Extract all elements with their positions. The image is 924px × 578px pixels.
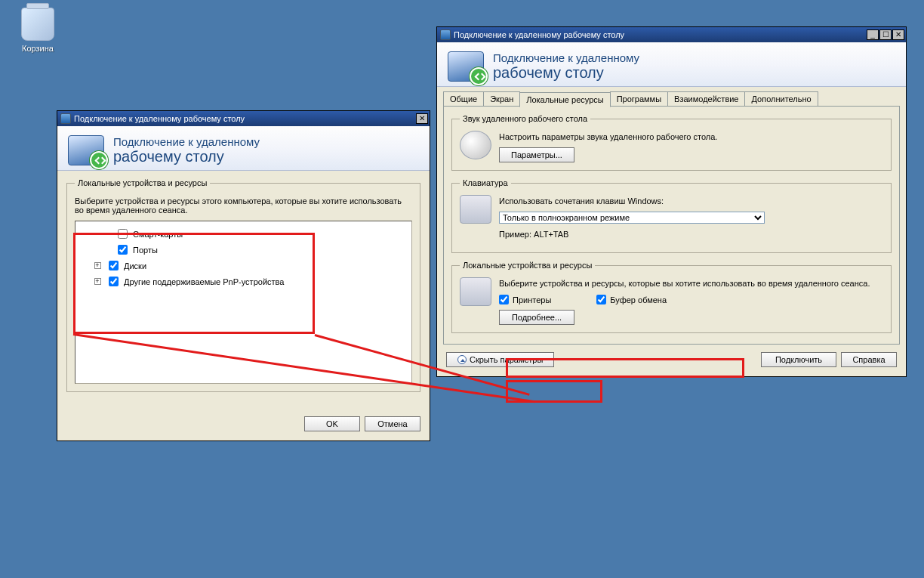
group-legend: Локальные устройства и ресурсы	[75, 178, 210, 187]
keyboard-group: Клавиатура Использовать сочетания клавиш…	[451, 178, 892, 253]
keyboard-legend: Клавиатура	[460, 178, 511, 187]
tab-general[interactable]: Общие	[443, 91, 484, 106]
tab-advanced[interactable]: Дополнительно	[744, 91, 818, 106]
audio-text: Настроить параметры звука удаленного раб…	[499, 132, 883, 141]
help-button[interactable]: Справка	[841, 352, 897, 367]
close-button[interactable]: ✕	[416, 113, 428, 124]
more-devices-button[interactable]: Подробнее...	[499, 310, 574, 325]
banner: Подключение к удаленному рабочему столу	[57, 126, 430, 171]
checkbox-smartcards[interactable]	[118, 229, 128, 239]
printer-icon	[460, 277, 491, 306]
tree-item-drives[interactable]: + Диски	[82, 258, 405, 274]
app-icon	[440, 29, 451, 40]
tab-panel-local-resources: Звук удаленного рабочего стола Настроить…	[443, 106, 900, 345]
checkbox-ports[interactable]	[118, 245, 128, 255]
recycle-bin-label: Корзина	[22, 44, 54, 53]
audio-legend: Звук удаленного рабочего стола	[460, 114, 590, 123]
tree-item-pnp[interactable]: + Другие поддерживаемые PnP-устройства	[82, 274, 405, 289]
ok-button[interactable]: OK	[304, 416, 360, 431]
keyboard-example: Пример: ALT+TAB	[499, 230, 883, 239]
hide-options-button[interactable]: Скрыть параметры	[446, 352, 554, 367]
tab-display[interactable]: Экран	[483, 91, 520, 106]
banner: Подключение к удаленному рабочему столу	[437, 42, 906, 87]
maximize-button[interactable]: ☐	[879, 29, 892, 40]
banner-line-2: рабочему столу	[493, 64, 639, 82]
window-title: Подключение к удаленному рабочему столу	[74, 114, 416, 123]
tab-experience[interactable]: Взаимодействие	[667, 91, 745, 106]
audio-group: Звук удаленного рабочего стола Настроить…	[451, 114, 892, 171]
checkbox-clipboard[interactable]	[596, 295, 606, 304]
banner-line-2: рабочему столу	[113, 148, 260, 165]
tab-local-resources[interactable]: Локальные ресурсы	[519, 92, 610, 107]
rdp-more-devices-dialog: Подключение к удаленному рабочему столу …	[57, 110, 430, 441]
local-legend: Локальные устройства и ресурсы	[460, 261, 595, 270]
checkbox-printers[interactable]	[499, 295, 509, 304]
rdp-main-dialog: Подключение к удаленному рабочему столу …	[436, 26, 907, 377]
tree-item-ports[interactable]: Порты	[82, 242, 405, 258]
audio-settings-button[interactable]: Параметры...	[499, 147, 574, 162]
minimize-button[interactable]: _	[867, 29, 879, 40]
keyboard-combo[interactable]: Только в полноэкранном режиме	[499, 212, 765, 224]
checkbox-printers-row[interactable]: Принтеры	[499, 294, 551, 305]
tab-strip: Общие Экран Локальные ресурсы Программы …	[437, 87, 906, 106]
rdp-monitor-icon	[68, 135, 104, 165]
titlebar[interactable]: Подключение к удаленному рабочему столу …	[57, 111, 430, 126]
local-devices-group: Локальные устройства и ресурсы Выберите …	[451, 261, 892, 333]
titlebar[interactable]: Подключение к удаленному рабочему столу …	[437, 27, 906, 42]
cancel-button[interactable]: Отмена	[365, 416, 420, 431]
checkbox-clipboard-row[interactable]: Буфер обмена	[596, 294, 667, 305]
expand-icon[interactable]: +	[94, 262, 101, 269]
close-button[interactable]: ✕	[892, 29, 904, 40]
app-icon	[60, 113, 71, 124]
window-title: Подключение к удаленному рабочему столу	[454, 30, 867, 39]
expand-icon[interactable]: +	[94, 278, 101, 285]
banner-line-1: Подключение к удаленному	[493, 51, 639, 64]
recycle-bin[interactable]: Корзина	[15, 8, 60, 53]
local-text: Выберите устройства и ресурсы, которые в…	[499, 279, 883, 288]
tab-programs[interactable]: Программы	[610, 91, 668, 106]
checkbox-pnp[interactable]	[109, 277, 119, 286]
rdp-monitor-icon	[448, 51, 484, 82]
chevron-up-icon	[457, 355, 467, 364]
keyboard-icon	[460, 195, 491, 224]
speaker-icon	[460, 131, 491, 159]
tree-item-smartcards[interactable]: Смарт-карты	[82, 226, 405, 242]
keyboard-text: Использовать сочетания клавиш Windows:	[499, 196, 883, 206]
checkbox-drives[interactable]	[109, 261, 119, 270]
banner-line-1: Подключение к удаленному	[113, 135, 260, 148]
trash-icon	[21, 8, 54, 41]
group-description: Выберите устройства и ресурсы этого комп…	[75, 196, 412, 215]
connect-button[interactable]: Подключить	[761, 352, 836, 367]
